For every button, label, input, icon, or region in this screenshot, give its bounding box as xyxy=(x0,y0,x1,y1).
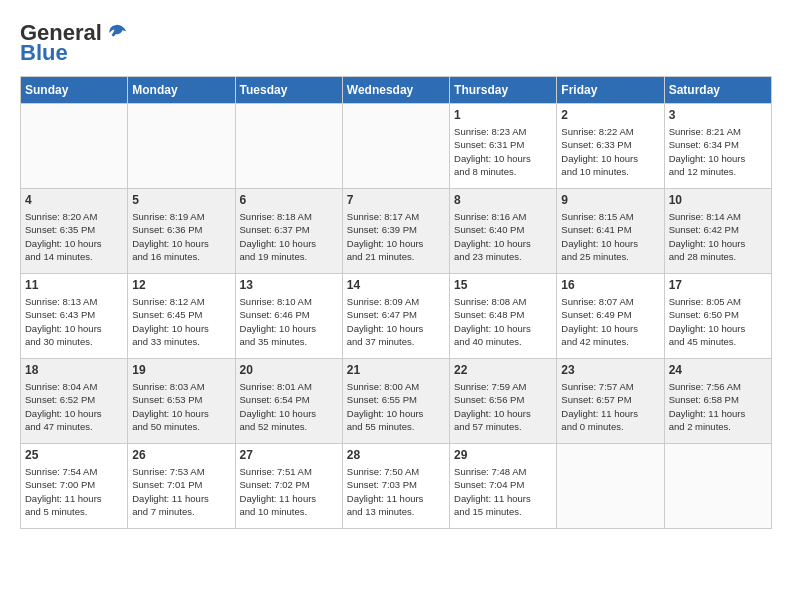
header-friday: Friday xyxy=(557,77,664,104)
calendar-cell: 4Sunrise: 8:20 AM Sunset: 6:35 PM Daylig… xyxy=(21,189,128,274)
day-number: 15 xyxy=(454,278,552,292)
calendar-cell: 2Sunrise: 8:22 AM Sunset: 6:33 PM Daylig… xyxy=(557,104,664,189)
day-number: 17 xyxy=(669,278,767,292)
calendar-cell: 11Sunrise: 8:13 AM Sunset: 6:43 PM Dayli… xyxy=(21,274,128,359)
day-info: Sunrise: 8:08 AM Sunset: 6:48 PM Dayligh… xyxy=(454,295,552,348)
day-info: Sunrise: 8:09 AM Sunset: 6:47 PM Dayligh… xyxy=(347,295,445,348)
day-number: 28 xyxy=(347,448,445,462)
day-info: Sunrise: 8:04 AM Sunset: 6:52 PM Dayligh… xyxy=(25,380,123,433)
day-info: Sunrise: 7:53 AM Sunset: 7:01 PM Dayligh… xyxy=(132,465,230,518)
header-saturday: Saturday xyxy=(664,77,771,104)
day-info: Sunrise: 8:03 AM Sunset: 6:53 PM Dayligh… xyxy=(132,380,230,433)
day-number: 22 xyxy=(454,363,552,377)
calendar-cell: 1Sunrise: 8:23 AM Sunset: 6:31 PM Daylig… xyxy=(450,104,557,189)
calendar-cell: 10Sunrise: 8:14 AM Sunset: 6:42 PM Dayli… xyxy=(664,189,771,274)
calendar-cell: 3Sunrise: 8:21 AM Sunset: 6:34 PM Daylig… xyxy=(664,104,771,189)
calendar-cell: 12Sunrise: 8:12 AM Sunset: 6:45 PM Dayli… xyxy=(128,274,235,359)
calendar-cell: 15Sunrise: 8:08 AM Sunset: 6:48 PM Dayli… xyxy=(450,274,557,359)
day-number: 1 xyxy=(454,108,552,122)
day-info: Sunrise: 8:00 AM Sunset: 6:55 PM Dayligh… xyxy=(347,380,445,433)
day-info: Sunrise: 7:50 AM Sunset: 7:03 PM Dayligh… xyxy=(347,465,445,518)
header-monday: Monday xyxy=(128,77,235,104)
calendar-cell xyxy=(235,104,342,189)
day-info: Sunrise: 7:56 AM Sunset: 6:58 PM Dayligh… xyxy=(669,380,767,433)
day-number: 6 xyxy=(240,193,338,207)
calendar-cell: 23Sunrise: 7:57 AM Sunset: 6:57 PM Dayli… xyxy=(557,359,664,444)
week-row-3: 11Sunrise: 8:13 AM Sunset: 6:43 PM Dayli… xyxy=(21,274,772,359)
calendar-cell: 25Sunrise: 7:54 AM Sunset: 7:00 PM Dayli… xyxy=(21,444,128,529)
day-info: Sunrise: 8:16 AM Sunset: 6:40 PM Dayligh… xyxy=(454,210,552,263)
day-number: 13 xyxy=(240,278,338,292)
day-number: 25 xyxy=(25,448,123,462)
calendar-cell: 21Sunrise: 8:00 AM Sunset: 6:55 PM Dayli… xyxy=(342,359,449,444)
day-info: Sunrise: 8:21 AM Sunset: 6:34 PM Dayligh… xyxy=(669,125,767,178)
calendar-cell: 18Sunrise: 8:04 AM Sunset: 6:52 PM Dayli… xyxy=(21,359,128,444)
day-info: Sunrise: 8:20 AM Sunset: 6:35 PM Dayligh… xyxy=(25,210,123,263)
calendar-cell: 19Sunrise: 8:03 AM Sunset: 6:53 PM Dayli… xyxy=(128,359,235,444)
day-info: Sunrise: 8:01 AM Sunset: 6:54 PM Dayligh… xyxy=(240,380,338,433)
day-info: Sunrise: 8:22 AM Sunset: 6:33 PM Dayligh… xyxy=(561,125,659,178)
week-row-1: 1Sunrise: 8:23 AM Sunset: 6:31 PM Daylig… xyxy=(21,104,772,189)
calendar-cell: 26Sunrise: 7:53 AM Sunset: 7:01 PM Dayli… xyxy=(128,444,235,529)
calendar-cell: 27Sunrise: 7:51 AM Sunset: 7:02 PM Dayli… xyxy=(235,444,342,529)
day-number: 21 xyxy=(347,363,445,377)
header-row: SundayMondayTuesdayWednesdayThursdayFrid… xyxy=(21,77,772,104)
header: General Blue xyxy=(20,20,772,66)
day-info: Sunrise: 8:13 AM Sunset: 6:43 PM Dayligh… xyxy=(25,295,123,348)
calendar-cell: 24Sunrise: 7:56 AM Sunset: 6:58 PM Dayli… xyxy=(664,359,771,444)
calendar-cell: 9Sunrise: 8:15 AM Sunset: 6:41 PM Daylig… xyxy=(557,189,664,274)
day-number: 20 xyxy=(240,363,338,377)
day-number: 23 xyxy=(561,363,659,377)
header-wednesday: Wednesday xyxy=(342,77,449,104)
calendar-cell: 6Sunrise: 8:18 AM Sunset: 6:37 PM Daylig… xyxy=(235,189,342,274)
day-number: 19 xyxy=(132,363,230,377)
calendar-cell xyxy=(128,104,235,189)
day-info: Sunrise: 8:12 AM Sunset: 6:45 PM Dayligh… xyxy=(132,295,230,348)
day-number: 16 xyxy=(561,278,659,292)
day-info: Sunrise: 7:59 AM Sunset: 6:56 PM Dayligh… xyxy=(454,380,552,433)
calendar-cell: 14Sunrise: 8:09 AM Sunset: 6:47 PM Dayli… xyxy=(342,274,449,359)
day-number: 29 xyxy=(454,448,552,462)
calendar-cell xyxy=(21,104,128,189)
day-number: 18 xyxy=(25,363,123,377)
day-number: 8 xyxy=(454,193,552,207)
calendar-cell xyxy=(557,444,664,529)
day-number: 12 xyxy=(132,278,230,292)
day-number: 10 xyxy=(669,193,767,207)
calendar-cell: 29Sunrise: 7:48 AM Sunset: 7:04 PM Dayli… xyxy=(450,444,557,529)
day-number: 4 xyxy=(25,193,123,207)
calendar-cell: 16Sunrise: 8:07 AM Sunset: 6:49 PM Dayli… xyxy=(557,274,664,359)
calendar-cell: 28Sunrise: 7:50 AM Sunset: 7:03 PM Dayli… xyxy=(342,444,449,529)
day-number: 26 xyxy=(132,448,230,462)
header-sunday: Sunday xyxy=(21,77,128,104)
logo: General Blue xyxy=(20,20,128,66)
day-number: 27 xyxy=(240,448,338,462)
day-info: Sunrise: 7:54 AM Sunset: 7:00 PM Dayligh… xyxy=(25,465,123,518)
calendar-cell: 17Sunrise: 8:05 AM Sunset: 6:50 PM Dayli… xyxy=(664,274,771,359)
day-info: Sunrise: 8:14 AM Sunset: 6:42 PM Dayligh… xyxy=(669,210,767,263)
day-number: 2 xyxy=(561,108,659,122)
calendar-cell: 13Sunrise: 8:10 AM Sunset: 6:46 PM Dayli… xyxy=(235,274,342,359)
week-row-5: 25Sunrise: 7:54 AM Sunset: 7:00 PM Dayli… xyxy=(21,444,772,529)
day-info: Sunrise: 7:48 AM Sunset: 7:04 PM Dayligh… xyxy=(454,465,552,518)
day-number: 11 xyxy=(25,278,123,292)
day-info: Sunrise: 8:07 AM Sunset: 6:49 PM Dayligh… xyxy=(561,295,659,348)
logo-bird-icon xyxy=(106,22,128,44)
calendar-cell: 7Sunrise: 8:17 AM Sunset: 6:39 PM Daylig… xyxy=(342,189,449,274)
day-number: 9 xyxy=(561,193,659,207)
day-info: Sunrise: 8:17 AM Sunset: 6:39 PM Dayligh… xyxy=(347,210,445,263)
calendar-cell xyxy=(664,444,771,529)
day-number: 7 xyxy=(347,193,445,207)
calendar-cell xyxy=(342,104,449,189)
week-row-4: 18Sunrise: 8:04 AM Sunset: 6:52 PM Dayli… xyxy=(21,359,772,444)
header-tuesday: Tuesday xyxy=(235,77,342,104)
calendar-cell: 5Sunrise: 8:19 AM Sunset: 6:36 PM Daylig… xyxy=(128,189,235,274)
day-info: Sunrise: 8:19 AM Sunset: 6:36 PM Dayligh… xyxy=(132,210,230,263)
calendar-cell: 20Sunrise: 8:01 AM Sunset: 6:54 PM Dayli… xyxy=(235,359,342,444)
day-number: 14 xyxy=(347,278,445,292)
day-number: 24 xyxy=(669,363,767,377)
day-info: Sunrise: 8:15 AM Sunset: 6:41 PM Dayligh… xyxy=(561,210,659,263)
day-info: Sunrise: 7:51 AM Sunset: 7:02 PM Dayligh… xyxy=(240,465,338,518)
logo-blue-text: Blue xyxy=(20,40,68,66)
day-info: Sunrise: 8:18 AM Sunset: 6:37 PM Dayligh… xyxy=(240,210,338,263)
